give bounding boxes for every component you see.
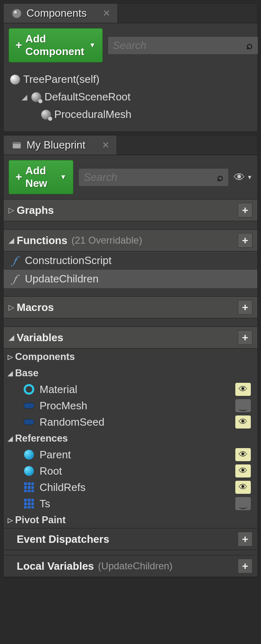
object-type-icon	[23, 400, 35, 411]
group-label: References	[15, 433, 68, 444]
tree-root-row[interactable]: TreeParent(self)	[9, 71, 252, 88]
variable-label: ChildRefs	[40, 481, 230, 494]
macros-section-header[interactable]: ▷ Macros +	[4, 296, 257, 318]
group-label: Pivot Paint	[15, 514, 66, 526]
material-type-icon	[23, 384, 35, 395]
plus-icon: +	[15, 171, 22, 184]
local-variables-title: Local Variables	[17, 560, 94, 573]
add-component-button[interactable]: + Add Component ▼	[9, 28, 103, 62]
macros-title: Macros	[17, 301, 54, 314]
function-label: ConstructionScript	[25, 254, 111, 267]
components-panel: Components ✕ + Add Component ▼ ⌕ TreePar…	[3, 3, 258, 132]
variable-ts[interactable]: Ts ‿	[4, 495, 257, 512]
collapse-arrow-icon: ▷	[9, 303, 17, 312]
function-constructionscript[interactable]: 𝑓 ConstructionScript	[4, 251, 257, 270]
tree-root-label: TreeParent(self)	[23, 73, 100, 86]
variable-label: RandomSeed	[40, 416, 230, 429]
close-icon[interactable]: ✕	[102, 140, 109, 151]
my-blueprint-panel: My Blueprint ✕ + Add New ▼ ⌕ 👁 ▼ ▷ Graph…	[3, 135, 258, 577]
function-updatechildren[interactable]: 𝑓 UpdateChildren	[4, 270, 257, 288]
visibility-toggle[interactable]: ‿	[235, 399, 251, 412]
visibility-toggle[interactable]: 👁	[235, 415, 251, 429]
functions-title: Functions	[17, 234, 67, 247]
variable-label: Parent	[40, 449, 230, 461]
variable-material[interactable]: Material 👁	[4, 381, 257, 398]
event-dispatchers-header[interactable]: Event Dispatchers +	[4, 528, 257, 550]
add-component-label: Add Component	[25, 33, 84, 58]
blueprint-toolbar: + Add New ▼ ⌕ 👁 ▼	[4, 155, 257, 199]
variable-randomseed[interactable]: RandomSeed 👁	[4, 414, 257, 430]
search-icon: ⌕	[217, 171, 223, 184]
visibility-toggle[interactable]: ‿	[235, 497, 251, 510]
expand-arrow-icon[interactable]: ◢	[21, 93, 28, 102]
variable-root[interactable]: Root 👁	[4, 463, 257, 479]
object-ref-icon	[23, 465, 35, 477]
blueprint-tab[interactable]: My Blueprint ✕	[4, 135, 117, 155]
components-tab-title: Components	[27, 7, 86, 20]
components-tab[interactable]: Components ✕	[4, 4, 118, 23]
object-type-icon	[23, 416, 35, 428]
scene-component-icon	[31, 92, 41, 102]
variables-references-group[interactable]: ◢ References	[4, 430, 257, 446]
group-label: Base	[15, 367, 38, 379]
actor-icon	[10, 75, 20, 84]
visibility-toggle[interactable]: 👁	[235, 448, 251, 461]
add-event-dispatcher-button[interactable]: +	[238, 532, 252, 546]
components-toolbar: + Add Component ▼ ⌕	[4, 23, 257, 67]
visibility-toggle[interactable]: 👁	[235, 481, 251, 494]
components-tab-header: Components ✕	[4, 4, 257, 23]
search-icon: ⌕	[246, 39, 253, 52]
event-dispatchers-title: Event Dispatchers	[17, 533, 109, 546]
components-search-input[interactable]	[113, 39, 246, 52]
expand-arrow-icon: ◢	[9, 236, 17, 245]
functions-subtitle: (21 Overridable)	[71, 235, 142, 246]
variables-components-group[interactable]: ▷ Components	[4, 349, 257, 365]
blueprint-search-input[interactable]	[84, 171, 217, 184]
expand-arrow-icon: ◢	[8, 369, 15, 377]
components-tab-icon	[11, 8, 22, 19]
functions-section-header[interactable]: ◢ Functions (21 Overridable) +	[4, 229, 257, 251]
svg-point-1	[14, 11, 17, 13]
close-icon[interactable]: ✕	[103, 8, 110, 19]
variables-base-group[interactable]: ◢ Base	[4, 365, 257, 381]
array-type-icon	[23, 482, 35, 493]
variables-section-header[interactable]: ◢ Variables +	[4, 326, 257, 349]
expand-arrow-icon: ◢	[9, 333, 17, 342]
add-function-button[interactable]: +	[238, 233, 252, 248]
chevron-down-icon: ▼	[247, 174, 252, 180]
eye-icon: 👁	[234, 171, 245, 184]
local-variables-header[interactable]: Local Variables (UpdateChildren) +	[4, 555, 257, 577]
variables-title: Variables	[17, 331, 63, 344]
components-search[interactable]: ⌕	[108, 36, 258, 55]
variable-parent[interactable]: Parent 👁	[4, 446, 257, 463]
variable-childrefs[interactable]: ChildRefs 👁	[4, 479, 257, 495]
chevron-down-icon: ▼	[89, 42, 96, 49]
blueprint-tab-title: My Blueprint	[27, 139, 86, 151]
blueprint-tab-header: My Blueprint ✕	[4, 135, 257, 155]
add-variable-button[interactable]: +	[238, 330, 252, 345]
collapse-arrow-icon: ▷	[9, 206, 17, 215]
variables-pivotpaint-group[interactable]: ▷ Pivot Paint	[4, 512, 257, 528]
chevron-down-icon: ▼	[60, 173, 66, 181]
expand-arrow-icon: ◢	[8, 435, 15, 442]
variable-procmesh[interactable]: ProcMesh ‿	[4, 398, 257, 414]
local-variables-subtitle: (UpdateChildren)	[98, 560, 173, 572]
scene-root-label: DefaultSceneRoot	[44, 91, 130, 103]
variable-label: Ts	[40, 497, 230, 510]
blueprint-search[interactable]: ⌕	[78, 168, 229, 187]
tree-scene-root-row[interactable]: ◢ DefaultSceneRoot	[9, 88, 252, 106]
tree-procmesh-row[interactable]: ProceduralMesh	[9, 106, 252, 123]
visibility-toggle[interactable]: 👁	[235, 383, 251, 396]
variable-label: Root	[40, 465, 230, 477]
add-macro-button[interactable]: +	[238, 300, 252, 315]
graphs-section-header[interactable]: ▷ Graphs +	[4, 199, 257, 221]
view-options-button[interactable]: 👁 ▼	[234, 171, 252, 184]
visibility-toggle[interactable]: 👁	[235, 464, 251, 477]
add-graph-button[interactable]: +	[238, 203, 252, 218]
add-new-button[interactable]: + Add New ▼	[9, 160, 73, 194]
function-icon: 𝑓	[9, 272, 21, 286]
variable-label: ProcMesh	[40, 400, 230, 412]
variable-label: Material	[40, 383, 230, 396]
scene-component-icon	[41, 110, 51, 120]
add-local-variable-button[interactable]: +	[238, 559, 252, 573]
